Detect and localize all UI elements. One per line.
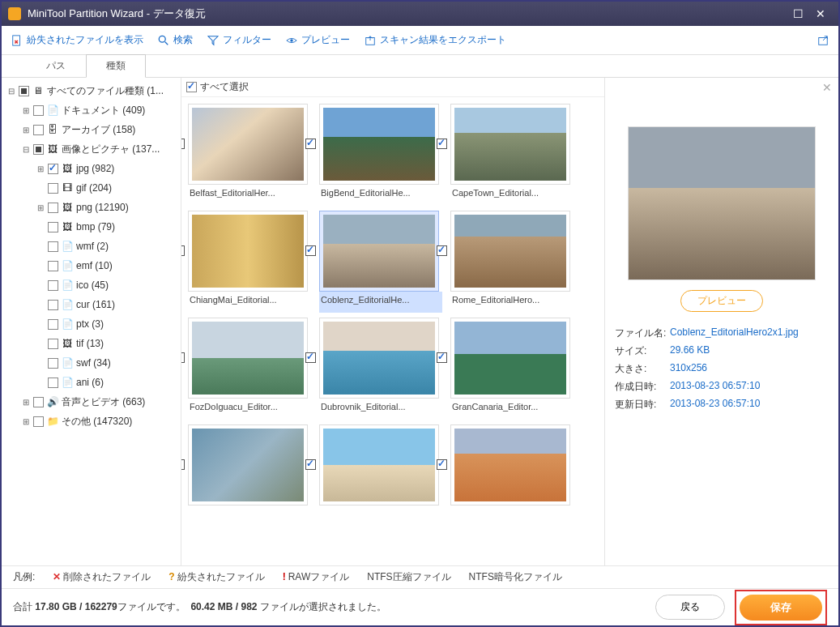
thumbnail-checkbox[interactable] <box>437 139 447 149</box>
search-icon <box>158 35 169 46</box>
thumbnail[interactable] <box>319 424 439 505</box>
tree-checkbox[interactable] <box>48 377 58 388</box>
expand-toggle-icon[interactable]: ⊞ <box>21 398 31 407</box>
thumbnail[interactable] <box>319 211 439 292</box>
thumbnail[interactable] <box>450 424 570 505</box>
thumbnail[interactable] <box>450 318 570 399</box>
tab-type[interactable]: 種類 <box>86 54 146 78</box>
tree-checkbox[interactable] <box>33 105 44 116</box>
tree-item[interactable]: 🎞gif (204) <box>3 178 179 198</box>
thumbnail-card[interactable] <box>188 424 311 517</box>
tree-item[interactable]: ⊞📁その他 (147320) <box>3 412 179 431</box>
thumbnail[interactable] <box>188 211 308 292</box>
thumbnail-checkbox[interactable] <box>305 352 316 363</box>
tree-item[interactable]: 📄swf (34) <box>3 353 179 373</box>
back-button[interactable]: 戻る <box>655 595 725 620</box>
thumbnail-card[interactable]: Rome_EditorialHero... <box>450 211 574 313</box>
thumbnail-checkbox[interactable] <box>437 352 447 363</box>
thumbnail-grid[interactable]: Belfast_EditorialHer...BigBend_Editorial… <box>181 97 604 565</box>
legend-bar: 凡例: ✕削除されたファイル ?紛失されたファイル !RAWファイル NTFS圧… <box>2 565 838 588</box>
thumbnail-card[interactable]: CapeTown_Editorial... <box>450 104 574 206</box>
filter-button[interactable]: フィルター <box>207 33 271 47</box>
tree-checkbox[interactable] <box>33 144 44 155</box>
thumbnail[interactable] <box>319 318 439 399</box>
tree-checkbox[interactable] <box>48 164 58 174</box>
tree-item[interactable]: ⊞🖼jpg (982) <box>3 159 179 178</box>
expand-toggle-icon[interactable]: ⊞ <box>36 164 45 173</box>
thumbnail-checkbox[interactable] <box>437 459 447 470</box>
tree-checkbox[interactable] <box>48 203 58 213</box>
tree-item[interactable]: 📄ani (6) <box>3 373 179 392</box>
expand-toggle-icon[interactable]: ⊞ <box>21 126 31 134</box>
tree-item[interactable]: ⊞🖼png (12190) <box>3 198 179 217</box>
thumbnail-checkbox[interactable] <box>181 352 185 363</box>
tree-item[interactable]: 📄ptx (3) <box>3 314 179 334</box>
thumbnail-card[interactable]: ChiangMai_Editorial... <box>188 211 311 313</box>
thumbnail-checkbox[interactable] <box>181 245 185 256</box>
thumbnail-card[interactable]: FozDoIguacu_Editor... <box>188 318 311 420</box>
preview-close-button[interactable]: ✕ <box>822 81 832 94</box>
thumbnail-checkbox[interactable] <box>305 245 316 256</box>
thumbnail[interactable] <box>450 104 570 185</box>
save-button[interactable]: 保存 <box>740 595 822 621</box>
file-type-tree[interactable]: ⊟🖥すべてのファイル種類 (1...⊞📄ドキュメント (409)⊞🗄アーカイブ … <box>2 78 181 565</box>
thumbnail[interactable] <box>450 211 570 292</box>
tree-checkbox[interactable] <box>48 300 58 310</box>
tree-checkbox[interactable] <box>48 358 58 369</box>
maximize-button[interactable]: ☐ <box>787 7 809 20</box>
export-button[interactable]: スキャン結果をエクスポート <box>365 33 506 47</box>
thumbnail-card[interactable] <box>319 424 442 517</box>
thumbnail-card[interactable]: Belfast_EditorialHer... <box>188 104 311 206</box>
tab-path[interactable]: パス <box>26 54 86 77</box>
select-all-checkbox[interactable] <box>186 82 197 92</box>
thumbnail[interactable] <box>188 318 308 399</box>
close-button[interactable]: ✕ <box>809 7 832 20</box>
tree-checkbox[interactable] <box>48 261 58 271</box>
tree-checkbox[interactable] <box>48 319 58 330</box>
tree-item[interactable]: ⊞📄ドキュメント (409) <box>3 100 179 120</box>
thumbnail-checkbox[interactable] <box>305 139 316 149</box>
share-button[interactable] <box>817 35 829 46</box>
thumbnail-card[interactable]: BigBend_EditorialHe... <box>319 104 442 206</box>
tree-checkbox[interactable] <box>48 183 58 194</box>
search-button[interactable]: 検索 <box>158 33 193 47</box>
tree-item[interactable]: 🖼bmp (79) <box>3 217 179 237</box>
expand-toggle-icon[interactable]: ⊟ <box>21 145 31 154</box>
tree-checkbox[interactable] <box>48 339 58 349</box>
thumbnail-card[interactable] <box>450 424 574 517</box>
tree-item[interactable]: 📄wmf (2) <box>3 237 179 256</box>
tree-checkbox[interactable] <box>33 416 44 427</box>
thumbnail[interactable] <box>188 424 308 505</box>
tree-item[interactable]: 📄emf (10) <box>3 256 179 275</box>
thumbnail-checkbox[interactable] <box>305 459 316 470</box>
tree-checkbox[interactable] <box>19 86 29 96</box>
thumbnail-checkbox[interactable] <box>437 245 447 256</box>
thumbnail-card[interactable]: Coblenz_EditorialHe... <box>319 211 442 313</box>
expand-toggle-icon[interactable]: ⊞ <box>36 203 45 212</box>
expand-toggle-icon[interactable]: ⊞ <box>21 417 31 426</box>
tree-item[interactable]: ⊟🖼画像とピクチャ (137... <box>3 139 179 159</box>
thumbnail-checkbox[interactable] <box>181 139 185 149</box>
tree-item[interactable]: 📄cur (161) <box>3 295 179 314</box>
expand-toggle-icon[interactable]: ⊟ <box>6 87 16 96</box>
tree-checkbox[interactable] <box>33 125 44 135</box>
select-all-row[interactable]: すべて選択 <box>181 78 604 97</box>
show-lost-files-button[interactable]: 紛失されたファイルを表示 <box>11 33 143 47</box>
tree-checkbox[interactable] <box>48 280 58 291</box>
tree-item[interactable]: ⊟🖥すべてのファイル種類 (1... <box>3 81 179 100</box>
preview-button[interactable]: プレビュー <box>286 33 350 47</box>
expand-toggle-icon[interactable]: ⊞ <box>21 106 31 115</box>
tree-item[interactable]: 🖼tif (13) <box>3 334 179 353</box>
thumbnail-card[interactable]: Dubrovnik_Editorial... <box>319 318 442 420</box>
tree-item[interactable]: ⊞🗄アーカイブ (158) <box>3 120 179 139</box>
tree-checkbox[interactable] <box>48 222 58 232</box>
tree-checkbox[interactable] <box>48 241 58 252</box>
thumbnail[interactable] <box>319 104 439 185</box>
tree-item[interactable]: ⊞🔊音声とビデオ (663) <box>3 392 179 412</box>
tree-checkbox[interactable] <box>33 397 44 407</box>
thumbnail-checkbox[interactable] <box>181 459 185 470</box>
thumbnail[interactable] <box>188 104 308 185</box>
thumbnail-card[interactable]: GranCanaria_Editor... <box>450 318 574 420</box>
preview-open-button[interactable]: プレビュー <box>680 290 763 312</box>
tree-item[interactable]: 📄ico (45) <box>3 275 179 295</box>
